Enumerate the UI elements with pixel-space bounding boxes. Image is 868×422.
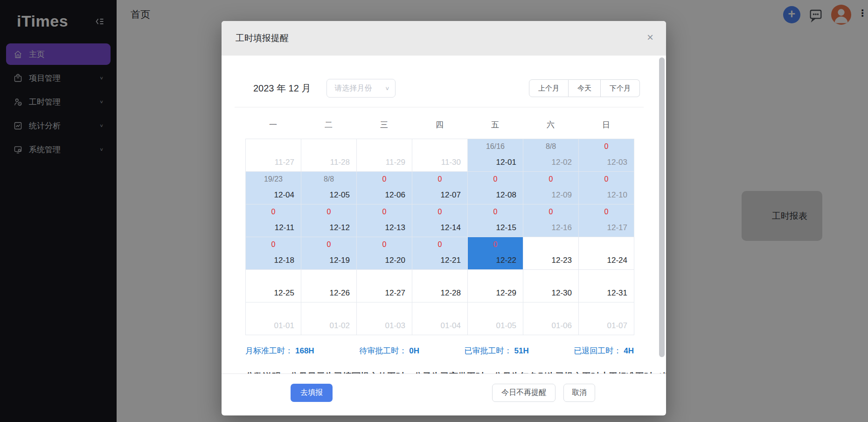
calendar-grid: 11-2711-2811-2911-3016/1612-018/812-0201… bbox=[245, 139, 634, 335]
calendar-cell-12-20[interactable]: 012-20 bbox=[357, 237, 412, 270]
cell-date-label: 12-27 bbox=[385, 288, 405, 298]
today-button[interactable]: 今天 bbox=[569, 79, 601, 97]
calendar-cell-12-30[interactable]: 12-30 bbox=[523, 270, 579, 302]
scrollbar-thumb[interactable] bbox=[659, 57, 665, 357]
divider bbox=[235, 107, 644, 107]
calendar-cell-12-17[interactable]: 012-17 bbox=[579, 204, 634, 237]
calendar-cell-12-19[interactable]: 012-19 bbox=[301, 237, 357, 270]
calendar-cell-11-27[interactable]: 11-27 bbox=[246, 139, 301, 172]
cell-date-label: 01-03 bbox=[385, 321, 405, 331]
cell-hours-value: 0 bbox=[468, 208, 523, 217]
weekday-label: 二 bbox=[301, 120, 356, 130]
cell-date-label: 12-12 bbox=[330, 223, 350, 232]
calendar-cell-12-15[interactable]: 012-15 bbox=[468, 204, 523, 237]
cell-date-label: 12-11 bbox=[275, 223, 294, 232]
cell-hours-value: 8/8 bbox=[523, 142, 578, 151]
dialog-body: 2023 年 12 月 请选择月份 ∨ 上个月今天下个月 一二三四五六日 11-… bbox=[222, 56, 666, 373]
dialog-title: 工时填报提醒 bbox=[236, 32, 289, 44]
calendar-cell-12-23[interactable]: 12-23 bbox=[523, 237, 579, 270]
next-month-button[interactable]: 下个月 bbox=[601, 79, 640, 97]
calendar-cell-01-07[interactable]: 01-07 bbox=[579, 302, 634, 335]
month-select[interactable]: 请选择月份 ∨ bbox=[326, 79, 396, 98]
go-fill-button[interactable]: 去填报 bbox=[291, 384, 333, 402]
calendar-cell-12-31[interactable]: 12-31 bbox=[579, 270, 634, 302]
cell-hours-value: 0 bbox=[357, 208, 412, 217]
calendar-cell-01-03[interactable]: 01-03 bbox=[357, 302, 412, 335]
timesheet-reminder-dialog: 工时填报提醒 × 2023 年 12 月 请选择月份 ∨ 上个月今天下个月 一二… bbox=[222, 21, 666, 415]
calendar-cell-12-12[interactable]: 012-12 bbox=[301, 204, 357, 237]
calendar-cell-11-30[interactable]: 11-30 bbox=[412, 139, 468, 172]
cell-date-label: 12-05 bbox=[330, 190, 350, 200]
cell-hours-value: 0 bbox=[357, 240, 412, 249]
no-remind-today-button[interactable]: 今日不再提醒 bbox=[492, 384, 556, 402]
cell-hours-value: 0 bbox=[246, 240, 301, 249]
calendar-cell-12-22[interactable]: 012-22 bbox=[468, 237, 523, 270]
cell-date-label: 12-24 bbox=[607, 256, 627, 265]
calendar-cell-01-06[interactable]: 01-06 bbox=[523, 302, 579, 335]
calendar-cell-12-03[interactable]: 012-03 bbox=[579, 139, 634, 172]
cell-date-label: 01-05 bbox=[496, 321, 516, 331]
calendar-cell-11-28[interactable]: 11-28 bbox=[301, 139, 357, 172]
weekday-label: 一 bbox=[245, 120, 301, 130]
cell-date-label: 12-29 bbox=[496, 288, 516, 298]
stat-value: 51H bbox=[514, 346, 529, 355]
calendar-cell-01-05[interactable]: 01-05 bbox=[468, 302, 523, 335]
calendar-cell-12-14[interactable]: 012-14 bbox=[412, 204, 468, 237]
cell-hours-value: 0 bbox=[523, 208, 578, 217]
stat-item: 已审批工时：51H bbox=[465, 345, 529, 356]
calendar-cell-12-09[interactable]: 012-09 bbox=[523, 172, 579, 204]
calendar-cell-12-11[interactable]: 012-11 bbox=[246, 204, 301, 237]
calendar-cell-12-04[interactable]: 19/2312-04 bbox=[246, 172, 301, 204]
calendar-cell-11-29[interactable]: 11-29 bbox=[357, 139, 412, 172]
calendar-cell-01-04[interactable]: 01-04 bbox=[412, 302, 468, 335]
cell-date-label: 12-22 bbox=[496, 256, 516, 265]
month-select-placeholder: 请选择月份 bbox=[334, 84, 372, 93]
cell-hours-value bbox=[301, 273, 356, 282]
calendar-cell-12-25[interactable]: 12-25 bbox=[246, 270, 301, 302]
calendar-cell-12-02[interactable]: 8/812-02 bbox=[523, 139, 579, 172]
stat-label: 已审批工时： bbox=[465, 346, 512, 355]
calendar-cell-12-10[interactable]: 012-10 bbox=[579, 172, 634, 204]
calendar-cell-12-18[interactable]: 012-18 bbox=[246, 237, 301, 270]
calendar-cell-12-27[interactable]: 12-27 bbox=[357, 270, 412, 302]
calendar-cell-12-06[interactable]: 012-06 bbox=[357, 172, 412, 204]
calendar-cell-12-16[interactable]: 012-16 bbox=[523, 204, 579, 237]
calendar-cell-12-08[interactable]: 012-08 bbox=[468, 172, 523, 204]
calendar-cell-12-21[interactable]: 012-21 bbox=[412, 237, 468, 270]
cancel-button[interactable]: 取消 bbox=[563, 384, 595, 402]
cell-hours-value bbox=[412, 306, 467, 315]
prev-month-button[interactable]: 上个月 bbox=[529, 79, 569, 97]
dialog-footer: 去填报 今日不再提醒 取消 bbox=[222, 373, 666, 415]
calendar-cell-12-28[interactable]: 12-28 bbox=[412, 270, 468, 302]
cell-date-label: 11-28 bbox=[330, 158, 350, 167]
cell-date-label: 11-30 bbox=[441, 158, 461, 167]
cell-date-label: 12-26 bbox=[330, 288, 350, 298]
cell-hours-value bbox=[301, 306, 356, 315]
month-nav-group: 上个月今天下个月 bbox=[529, 79, 640, 97]
calendar-cell-12-13[interactable]: 012-13 bbox=[357, 204, 412, 237]
calendar-cell-01-02[interactable]: 01-02 bbox=[301, 302, 357, 335]
cell-date-label: 01-02 bbox=[330, 321, 350, 331]
calendar-cell-12-29[interactable]: 12-29 bbox=[468, 270, 523, 302]
cell-hours-value bbox=[246, 306, 301, 315]
calendar-cell-12-26[interactable]: 12-26 bbox=[301, 270, 357, 302]
cell-date-label: 12-30 bbox=[552, 288, 572, 298]
weekday-label: 日 bbox=[578, 120, 634, 130]
cell-hours-value bbox=[412, 142, 467, 151]
cell-hours-value: 16/16 bbox=[468, 142, 523, 151]
cell-hours-value: 19/23 bbox=[246, 175, 301, 184]
calendar-cell-12-01[interactable]: 16/1612-01 bbox=[468, 139, 523, 172]
calendar-cell-12-07[interactable]: 012-07 bbox=[412, 172, 468, 204]
close-icon[interactable]: × bbox=[647, 32, 653, 43]
cell-hours-value: 0 bbox=[579, 142, 634, 151]
calendar-cell-01-01[interactable]: 01-01 bbox=[246, 302, 301, 335]
cell-date-label: 12-19 bbox=[330, 256, 350, 265]
cell-date-label: 12-13 bbox=[385, 223, 405, 232]
cell-hours-value: 0 bbox=[357, 175, 412, 184]
calendar-cell-12-24[interactable]: 12-24 bbox=[579, 237, 634, 270]
weekday-header: 一二三四五六日 bbox=[245, 120, 634, 130]
cell-date-label: 01-06 bbox=[552, 321, 572, 331]
calendar-cell-12-05[interactable]: 8/812-05 bbox=[301, 172, 357, 204]
cell-hours-value bbox=[357, 142, 412, 151]
cell-hours-value bbox=[468, 306, 523, 315]
